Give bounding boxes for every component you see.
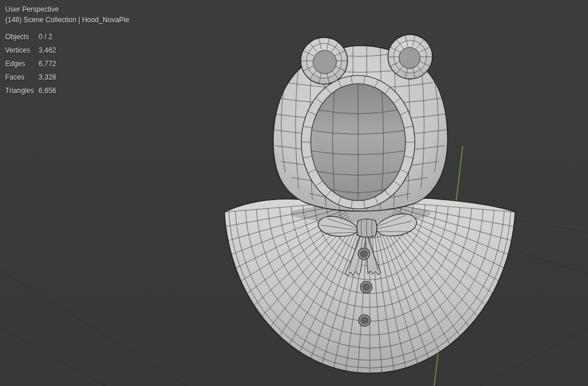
- ear-right[interactable]: [388, 35, 432, 79]
- perspective-label: User Perspective: [5, 4, 129, 15]
- stat-value: 0 / 2: [39, 32, 129, 42]
- stats-overlay: Objects 0 / 2 Vertices 3,462 Edges 6,772…: [5, 32, 129, 96]
- ear-left[interactable]: [301, 37, 348, 84]
- stat-label: Triangles: [5, 85, 33, 96]
- cape-button[interactable]: [359, 315, 370, 326]
- collection-breadcrumb: (148) Scene Collection | Hood_NovaPie: [5, 15, 129, 25]
- stat-label: Objects: [5, 32, 33, 42]
- blender-viewport[interactable]: User Perspective (148) Scene Collection …: [0, 0, 588, 386]
- viewport-overlay: User Perspective (148) Scene Collection …: [5, 4, 129, 96]
- stat-label: Edges: [5, 58, 33, 69]
- stat-label: Faces: [5, 72, 33, 82]
- cape-button[interactable]: [358, 248, 370, 260]
- stat-value: 3,462: [39, 45, 129, 56]
- hood-mesh[interactable]: [272, 35, 448, 213]
- stat-value: 3,328: [39, 72, 129, 82]
- stat-value: 6,772: [39, 58, 129, 69]
- stat-label: Vertices: [5, 45, 33, 56]
- stat-value: 6,656: [39, 85, 129, 96]
- cape-button[interactable]: [360, 281, 372, 293]
